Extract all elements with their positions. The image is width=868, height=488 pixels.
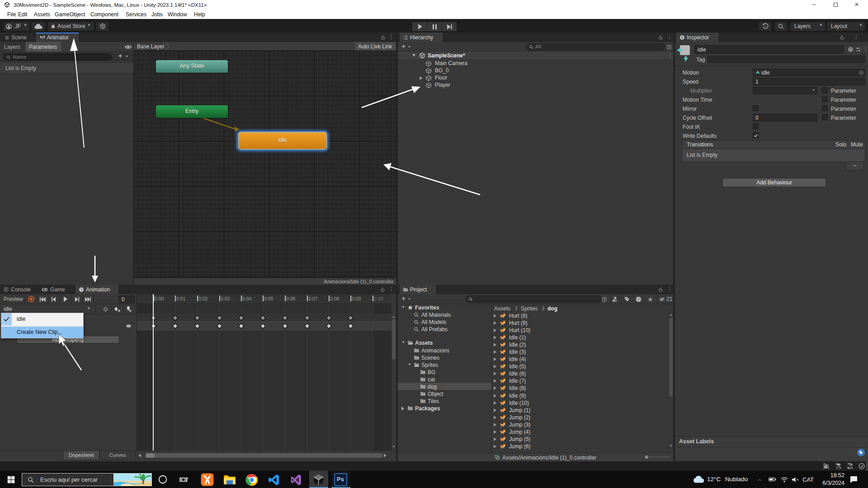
- svg-text:?: ?: [849, 47, 851, 52]
